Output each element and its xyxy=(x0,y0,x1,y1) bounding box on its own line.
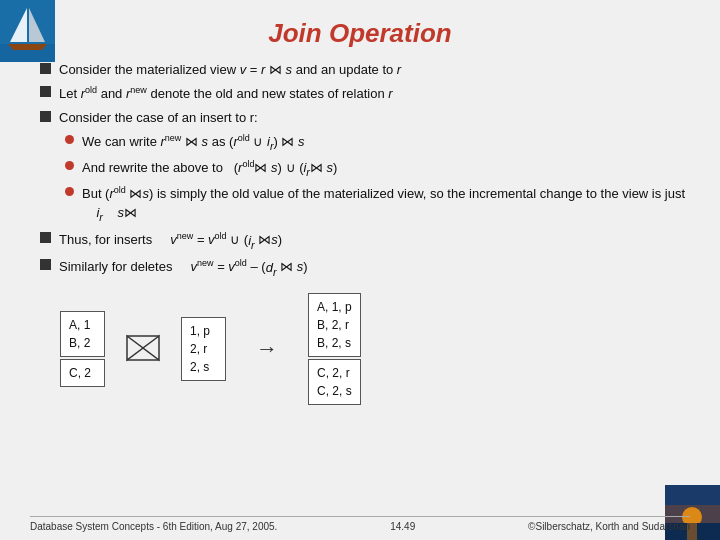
sub-2: And rewrite the above to (rold⋈ s) ∪ (ir… xyxy=(65,158,690,180)
bottom-bullet-1: Thus, for inserts vnew = vold ∪ (ir ⋈s) xyxy=(40,230,690,252)
right-table: A, 1, p B, 2, r B, 2, s C, 2, r C, 2, s xyxy=(308,293,361,405)
bullet-square-3 xyxy=(40,111,51,122)
svg-marker-4 xyxy=(8,44,47,50)
bullet-square-1 xyxy=(40,63,51,74)
bullet-2-text: Let rold and rnew denote the old and new… xyxy=(59,84,393,104)
right-table-box-2: C, 2, r C, 2, s xyxy=(308,359,361,405)
bottom-bullet-1-text: Thus, for inserts vnew = vold ∪ (ir ⋈s) xyxy=(59,230,282,252)
middle-table-box: 1, p 2, r 2, s xyxy=(181,317,226,381)
bullet-1: Consider the materialized view v = r ⋈ s… xyxy=(40,61,690,79)
svg-marker-11 xyxy=(127,336,143,360)
right-row-3: B, 2, s xyxy=(317,334,352,352)
footer-center: 14.49 xyxy=(390,521,415,532)
bottom-bullet-2: Similarly for deletes vnew = vold – (dr … xyxy=(40,257,690,279)
slide: Join Operation Consider the materialized… xyxy=(0,0,720,540)
right-row-5: C, 2, s xyxy=(317,382,352,400)
right-row-1: A, 1, p xyxy=(317,298,352,316)
sub-bullets: We can write rnew ⋈ s as (rold ∪ ir) ⋈ s… xyxy=(65,132,690,224)
equals-arrow: → xyxy=(256,336,278,362)
right-table-box-1: A, 1, p B, 2, r B, 2, s xyxy=(308,293,361,357)
sub-3-text: But (rold ⋈s) is simply the old value of… xyxy=(82,184,690,224)
footer-right: ©Silberschatz, Korth and Sudarshan xyxy=(528,521,690,532)
svg-marker-12 xyxy=(143,336,159,360)
sub-1-text: We can write rnew ⋈ s as (rold ∪ ir) ⋈ s xyxy=(82,132,305,154)
join-symbol xyxy=(125,334,161,365)
sub-3: But (rold ⋈s) is simply the old value of… xyxy=(65,184,690,224)
page-title: Join Operation xyxy=(30,10,690,49)
footer: Database System Concepts - 6th Edition, … xyxy=(30,516,690,532)
left-table-box: A, 1 B, 2 xyxy=(60,311,105,357)
sailboat-icon xyxy=(0,0,55,62)
bullet-square-2 xyxy=(40,86,51,97)
bottom-bullet-2-text: Similarly for deletes vnew = vold – (dr … xyxy=(59,257,308,279)
bowtie-svg xyxy=(125,334,161,362)
mid-row-1: 1, p xyxy=(190,322,217,340)
bullet-1-text: Consider the materialized view v = r ⋈ s… xyxy=(59,61,401,79)
footer-left: Database System Concepts - 6th Edition, … xyxy=(30,521,277,532)
sub-1: We can write rnew ⋈ s as (rold ∪ ir) ⋈ s xyxy=(65,132,690,154)
right-row-4: C, 2, r xyxy=(317,364,352,382)
sub-bullet-circle-3 xyxy=(65,187,74,196)
sub-2-text: And rewrite the above to (rold⋈ s) ∪ (ir… xyxy=(82,158,337,180)
left-row-2: B, 2 xyxy=(69,334,96,352)
right-row-2: B, 2, r xyxy=(317,316,352,334)
bullet-square-5 xyxy=(40,259,51,270)
content-area: Consider the materialized view v = r ⋈ s… xyxy=(30,61,690,279)
mid-row-2: 2, r xyxy=(190,340,217,358)
diagram-section: A, 1 B, 2 C, 2 1, p 2, r 2, s → xyxy=(60,293,690,405)
left-table: A, 1 B, 2 C, 2 xyxy=(60,311,105,387)
bullet-3: Consider the case of an insert to r: xyxy=(40,109,690,127)
left-row-1: A, 1 xyxy=(69,316,96,334)
bullet-square-4 xyxy=(40,232,51,243)
bullet-3-text: Consider the case of an insert to r: xyxy=(59,109,258,127)
left-row-3: C, 2 xyxy=(69,364,96,382)
mid-row-3: 2, s xyxy=(190,358,217,376)
bullet-2: Let rold and rnew denote the old and new… xyxy=(40,84,690,104)
sub-bullet-circle-1 xyxy=(65,135,74,144)
sub-bullet-circle-2 xyxy=(65,161,74,170)
left-table-box-2: C, 2 xyxy=(60,359,105,387)
